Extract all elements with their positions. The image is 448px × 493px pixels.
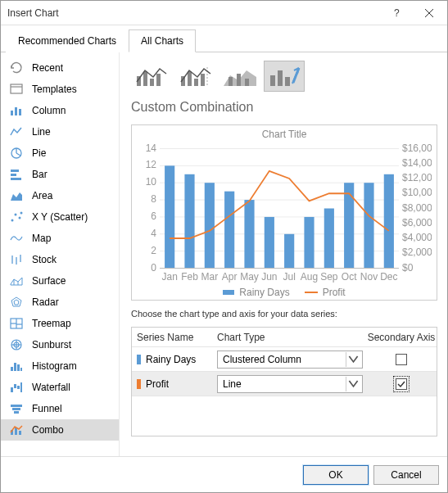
svg-rect-51: [188, 71, 192, 86]
cancel-button[interactable]: Cancel: [373, 465, 439, 485]
column-icon: [9, 103, 24, 118]
legend-label-b: Profit: [323, 287, 346, 298]
close-button[interactable]: [413, 2, 446, 25]
sidebar-item-funnel[interactable]: Funnel: [1, 398, 119, 419]
map-icon: [9, 231, 24, 246]
svg-text:Jun: Jun: [261, 271, 277, 283]
svg-text:Mar: Mar: [201, 271, 218, 283]
svg-rect-37: [14, 384, 16, 388]
subtype-clustered-column-line-secondary[interactable]: [175, 61, 216, 92]
sidebar-item-combo[interactable]: Combo: [1, 419, 119, 441]
sidebar-item-treemap[interactable]: Treemap: [1, 313, 119, 334]
svg-rect-59: [270, 75, 275, 86]
svg-text:Feb: Feb: [181, 271, 198, 283]
svg-text:14: 14: [146, 142, 157, 154]
sidebar-item-area[interactable]: Area: [1, 185, 119, 206]
chart-type-select[interactable]: Clustered Column: [217, 351, 363, 369]
treemap-icon: [9, 316, 24, 331]
svg-text:Jan: Jan: [161, 271, 177, 283]
svg-text:Oct: Oct: [342, 271, 357, 283]
svg-rect-49: [156, 74, 161, 86]
svg-rect-6: [15, 107, 17, 115]
chart-type-select[interactable]: Line: [217, 375, 363, 393]
sidebar-item-label: Line: [32, 126, 51, 138]
legend-label-a: Rainy Days: [239, 287, 289, 298]
chart-preview[interactable]: Chart Title 02468101214$0$2,000$4,000$6,…: [131, 124, 437, 301]
ok-button[interactable]: OK: [303, 465, 369, 485]
help-button[interactable]: ?: [380, 2, 413, 25]
svg-rect-41: [12, 408, 20, 410]
svg-rect-87: [165, 165, 174, 268]
svg-text:May: May: [240, 271, 259, 283]
series-grid: Series Name Chart Type Secondary Axis Ra…: [131, 327, 437, 436]
sidebar-item-label: Surface: [32, 275, 66, 287]
svg-rect-40: [11, 405, 22, 407]
sidebar-item-line[interactable]: Line: [1, 121, 119, 142]
sidebar-item-label: Radar: [32, 296, 59, 308]
chevron-down-icon: [346, 352, 360, 367]
svg-rect-48: [150, 79, 154, 86]
sidebar-item-stock[interactable]: Stock: [1, 249, 119, 270]
sidebar-item-recent[interactable]: Recent: [1, 57, 119, 79]
subtype-custom-combination[interactable]: [264, 61, 305, 92]
stock-icon: [9, 252, 24, 267]
svg-rect-33: [14, 363, 16, 371]
sidebar-item-label: Combo: [32, 424, 64, 436]
chart-canvas: 02468101214$0$2,000$4,000$6,000$8,000$10…: [137, 142, 432, 285]
svg-text:$0: $0: [402, 262, 414, 274]
area-icon: [9, 188, 24, 203]
svg-point-14: [15, 214, 17, 216]
svg-text:$14,000: $14,000: [402, 157, 432, 169]
secondary-axis-checkbox[interactable]: [396, 378, 407, 390]
funnel-icon: [9, 401, 24, 416]
sidebar-item-surface[interactable]: Surface: [1, 270, 119, 292]
sidebar-item-templates[interactable]: Templates: [1, 79, 119, 100]
sidebar-item-label: Histogram: [32, 360, 77, 372]
svg-rect-61: [285, 77, 290, 86]
tab-recommended[interactable]: Recommended Charts: [6, 29, 129, 52]
scatter-icon: [9, 210, 24, 224]
sidebar-item-radar[interactable]: Radar: [1, 292, 119, 313]
svg-rect-88: [184, 174, 194, 269]
svg-rect-10: [11, 174, 16, 176]
subtype-clustered-column-line[interactable]: [131, 61, 172, 92]
surface-icon: [9, 274, 24, 288]
sidebar-item-bar[interactable]: Bar: [1, 164, 119, 185]
templates-icon: [9, 82, 24, 97]
svg-rect-60: [278, 70, 283, 86]
sidebar-item-waterfall[interactable]: Waterfall: [1, 377, 119, 398]
sidebar-item-label: Area: [32, 190, 52, 201]
svg-rect-95: [324, 209, 334, 269]
sidebar-item-label: Waterfall: [32, 382, 70, 393]
tab-all-charts[interactable]: All Charts: [129, 29, 196, 52]
dialog-footer: OK Cancel: [1, 456, 447, 492]
secondary-axis-checkbox[interactable]: [396, 354, 407, 365]
sidebar-item-map[interactable]: Map: [1, 228, 119, 249]
sidebar-item-scatter[interactable]: X Y (Scatter): [1, 206, 119, 228]
sidebar-item-label: Pie: [32, 147, 46, 159]
radar-icon: [9, 295, 24, 310]
svg-text:10: 10: [146, 176, 157, 188]
svg-rect-45: [19, 431, 21, 435]
svg-rect-89: [205, 183, 215, 268]
svg-point-15: [19, 217, 21, 219]
waterfall-icon: [9, 380, 24, 395]
sidebar-item-pie[interactable]: Pie: [1, 142, 119, 164]
svg-rect-96: [344, 183, 354, 268]
sidebar-item-label: Bar: [32, 169, 48, 180]
svg-text:$4,000: $4,000: [402, 232, 432, 243]
svg-text:6: 6: [151, 210, 156, 222]
svg-text:2: 2: [151, 245, 156, 256]
sidebar-item-histogram[interactable]: Histogram: [1, 355, 119, 377]
sidebar-item-sunburst[interactable]: Sunburst: [1, 334, 119, 355]
subtype-stacked-area-column[interactable]: [219, 61, 260, 92]
svg-rect-36: [11, 387, 13, 392]
svg-text:Aug: Aug: [301, 271, 318, 283]
svg-rect-7: [19, 109, 21, 115]
svg-text:4: 4: [151, 228, 156, 239]
svg-rect-97: [364, 183, 373, 268]
svg-rect-32: [11, 367, 13, 371]
sidebar-item-column[interactable]: Column: [1, 100, 119, 121]
svg-rect-34: [17, 364, 20, 371]
col-header-type: Chart Type: [214, 332, 366, 343]
